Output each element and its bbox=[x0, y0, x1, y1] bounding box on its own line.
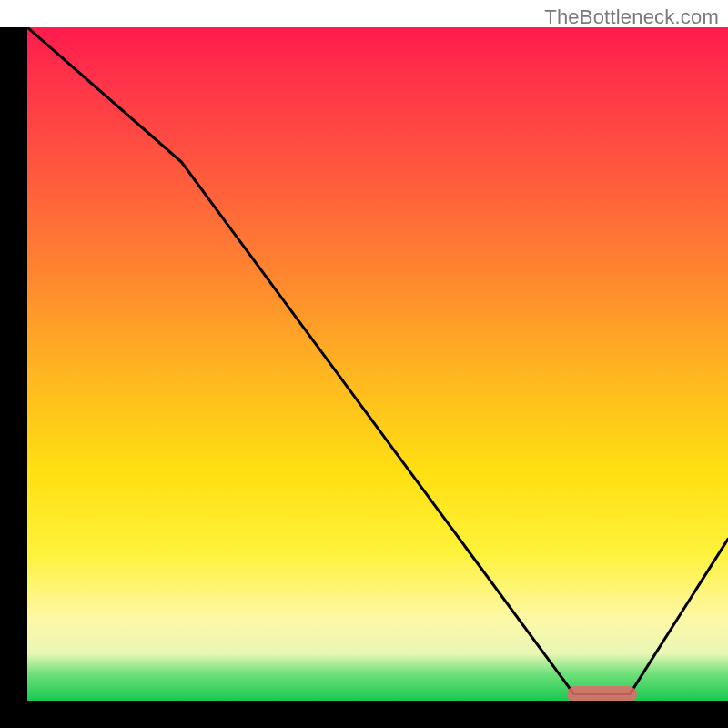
bottleneck-curve bbox=[27, 27, 728, 701]
chart-frame: TheBottleneck.com bbox=[0, 0, 728, 728]
plot-area bbox=[27, 27, 728, 701]
y-axis-bar bbox=[0, 27, 27, 728]
optimal-range-marker bbox=[567, 686, 637, 701]
watermark-text: TheBottleneck.com bbox=[544, 5, 719, 29]
x-axis-bar bbox=[0, 701, 728, 728]
